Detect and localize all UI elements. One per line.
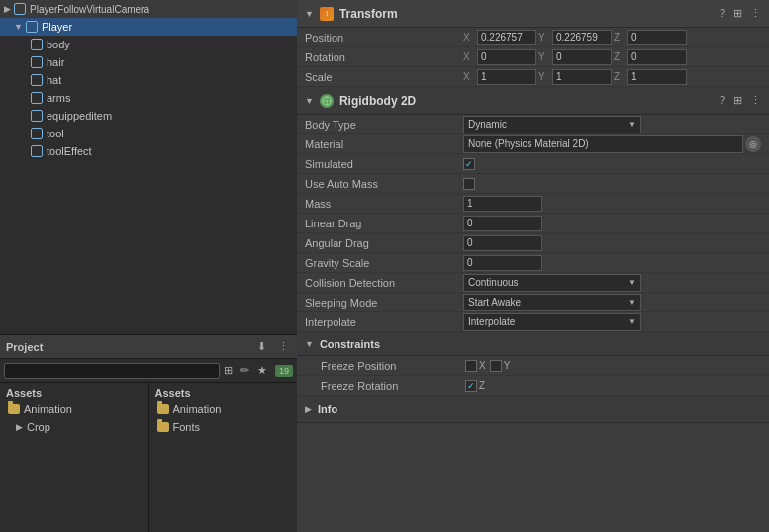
- transform-more-icon[interactable]: ⋮: [750, 7, 761, 20]
- material-text-value: None (Physics Material 2D): [468, 138, 589, 149]
- linear-drag-label: Linear Drag: [305, 218, 463, 229]
- tree-label-arms: arms: [47, 92, 70, 104]
- gravity-scale-label: Gravity Scale: [305, 257, 463, 269]
- x-label-pos: X: [463, 32, 475, 43]
- tree-item-tool[interactable]: tool: [0, 125, 297, 142]
- edit-icon[interactable]: ✏: [240, 364, 249, 377]
- mass-value: [463, 196, 761, 212]
- cube-icon-tooleffect: [30, 144, 44, 158]
- more-button[interactable]: ⋮: [276, 340, 291, 353]
- rotation-x-input[interactable]: [477, 49, 536, 65]
- tree-item-playerfollow[interactable]: ▶ PlayerFollowVirtualCamera: [0, 0, 297, 18]
- simulated-checkbox[interactable]: [463, 158, 475, 170]
- search-row: ⊞ ✏ ★ 19: [0, 359, 297, 383]
- tree-label-tooleffect: toolEffect: [47, 145, 92, 157]
- scale-z-input[interactable]: [627, 69, 687, 85]
- tree-item-arms[interactable]: arms: [0, 89, 297, 107]
- position-y-input[interactable]: [552, 30, 612, 45]
- use-auto-mass-checkbox[interactable]: [463, 178, 475, 190]
- freeze-rotation-label: Freeze Rotation: [321, 380, 459, 392]
- body-type-row: Body Type Dynamic ▼: [297, 115, 769, 134]
- freeze-rot-z-checkbox[interactable]: [465, 380, 477, 392]
- tree-item-hair[interactable]: hair: [0, 53, 297, 71]
- angular-drag-label: Angular Drag: [305, 237, 463, 249]
- project-title: Project: [6, 341, 43, 353]
- rigidbody-settings-icon[interactable]: ⊞: [733, 94, 742, 107]
- z-label-rot: Z: [614, 51, 625, 62]
- asset-fonts[interactable]: Fonts: [149, 418, 298, 436]
- rigidbody-help-icon[interactable]: ?: [720, 94, 725, 107]
- freeze-pos-x-label: X: [479, 360, 486, 371]
- collision-detection-arrow-icon: ▼: [628, 278, 636, 287]
- freeze-pos-x-checkbox[interactable]: [465, 360, 477, 372]
- asset-label-fonts: Fonts: [173, 421, 201, 433]
- right-panel: ▼ ↕ Transform ? ⊞ ⋮ Position X Y Z Rotat…: [297, 0, 769, 532]
- position-x-input[interactable]: [477, 30, 536, 45]
- tree-item-body[interactable]: body: [0, 36, 297, 53]
- save-button[interactable]: ⬇: [255, 340, 268, 353]
- sleeping-mode-text: Start Awake: [468, 297, 521, 308]
- asset-animation-left[interactable]: Animation: [0, 400, 148, 418]
- constraints-collapse-icon: ▼: [305, 339, 314, 349]
- hierarchy-area: ▶ PlayerFollowVirtualCamera ▼ Player bod…: [0, 0, 297, 334]
- cube-icon-equippeditem: [30, 109, 44, 123]
- freeze-pos-y-checkbox[interactable]: [490, 360, 502, 372]
- grid-icon[interactable]: ⊞: [224, 364, 233, 377]
- collision-detection-dropdown[interactable]: Continuous ▼: [463, 274, 641, 292]
- interpolate-text: Interpolate: [468, 316, 515, 327]
- info-header[interactable]: ▶ Info: [297, 396, 769, 423]
- tree-item-tooleffect[interactable]: toolEffect: [0, 142, 297, 160]
- scale-y-input[interactable]: [552, 69, 612, 85]
- rigidbody-header-icons: ? ⊞ ⋮: [720, 94, 761, 107]
- transform-help-icon[interactable]: ?: [720, 7, 725, 20]
- cube-icon-player: [25, 20, 39, 34]
- angular-drag-value: [463, 235, 761, 251]
- material-pick-button[interactable]: ◎: [745, 136, 761, 152]
- scale-x-input[interactable]: [477, 69, 536, 85]
- y-label-rot: Y: [538, 51, 550, 62]
- body-type-arrow-icon: ▼: [628, 120, 636, 129]
- interpolate-row: Interpolate Interpolate ▼: [297, 312, 769, 332]
- constraints-header[interactable]: ▼ Constraints: [297, 332, 769, 356]
- transform-collapse-icon: ▼: [305, 9, 314, 19]
- tree-item-player[interactable]: ▼ Player: [0, 18, 297, 36]
- tree-label-playerfollow: PlayerFollowVirtualCamera: [30, 4, 149, 15]
- cube-icon-playerfollow: [13, 2, 27, 16]
- freeze-pos-x-item: X: [465, 360, 486, 372]
- mass-input[interactable]: [463, 196, 542, 212]
- star-icon[interactable]: ★: [257, 364, 267, 377]
- rigidbody-collapse-icon: ▼: [305, 96, 314, 106]
- interpolate-arrow-icon: ▼: [628, 317, 636, 326]
- position-z-input[interactable]: [627, 30, 687, 45]
- rigidbody-more-icon[interactable]: ⋮: [750, 94, 761, 107]
- rotation-row: Rotation X Y Z: [297, 47, 769, 67]
- transform-header[interactable]: ▼ ↕ Transform ? ⊞ ⋮: [297, 0, 769, 28]
- body-type-text: Dynamic: [468, 119, 507, 130]
- project-header-left: Project: [6, 341, 43, 353]
- search-input[interactable]: [4, 363, 220, 379]
- sleeping-mode-row: Sleeping Mode Start Awake ▼: [297, 293, 769, 312]
- gravity-scale-input[interactable]: [463, 255, 542, 271]
- rigidbody-header[interactable]: ▼ Rigidbody 2D ? ⊞ ⋮: [297, 87, 769, 115]
- sleeping-mode-dropdown[interactable]: Start Awake ▼: [463, 294, 641, 311]
- interpolate-value: Interpolate ▼: [463, 313, 761, 331]
- rotation-z-input[interactable]: [627, 49, 687, 65]
- asset-animation-right[interactable]: Animation: [149, 400, 298, 418]
- tree-item-hat[interactable]: hat: [0, 71, 297, 89]
- body-type-dropdown[interactable]: Dynamic ▼: [463, 116, 641, 133]
- z-label-pos: Z: [614, 32, 625, 43]
- asset-crop[interactable]: ▶ Crop: [0, 418, 148, 436]
- folder-icon-animation-left: [8, 404, 20, 414]
- interpolate-dropdown[interactable]: Interpolate ▼: [463, 313, 641, 331]
- rotation-y-input[interactable]: [552, 49, 612, 65]
- transform-icon: ↕: [320, 7, 334, 21]
- left-panel: ▶ PlayerFollowVirtualCamera ▼ Player bod…: [0, 0, 297, 532]
- crop-arrow-icon: ▶: [16, 422, 23, 432]
- simulated-value: [463, 158, 761, 170]
- linear-drag-input[interactable]: [463, 216, 542, 231]
- tree-item-equippeditem[interactable]: equippeditem: [0, 107, 297, 125]
- transform-settings-icon[interactable]: ⊞: [733, 7, 742, 20]
- asset-label-animation-right: Animation: [173, 403, 222, 415]
- angular-drag-input[interactable]: [463, 235, 542, 251]
- gravity-scale-row: Gravity Scale: [297, 253, 769, 273]
